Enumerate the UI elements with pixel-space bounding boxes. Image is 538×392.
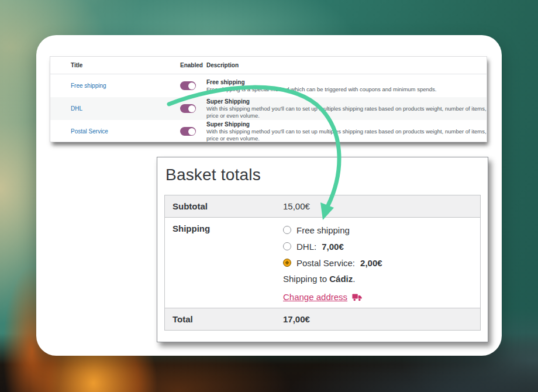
shipping-option-label: Free shipping [296,225,350,235]
enabled-toggle[interactable] [180,127,196,136]
table-row: Free shipping Free shipping Free shippin… [50,74,487,97]
method-description-text: With this shipping method you'll can to … [206,105,487,119]
enabled-toggle[interactable] [180,81,196,90]
shipping-methods-table: Title Enabled Description Free shipping … [50,56,487,142]
total-label: Total [165,308,283,330]
column-header-enabled: Enabled [180,62,206,68]
shipping-destination: Shipping to Cádiz. [283,274,480,284]
change-address-link[interactable]: Change address [283,292,347,302]
shipping-option-price: 2,00€ [360,258,382,268]
feature-card: Title Enabled Description Free shipping … [36,35,502,356]
subtotal-row: Subtotal 15,00€ [165,195,480,218]
shipping-row: Shipping Free shipping DHL: 7,00€ Postal… [165,218,480,308]
table-row: DHL Super Shipping With this shipping me… [50,97,487,120]
shipping-option-free-shipping[interactable]: Free shipping [283,225,480,235]
shipping-option-label: Postal Service: [296,258,355,268]
delivery-truck-icon[interactable] [352,293,362,301]
method-description-text: With this shipping method you'll can to … [206,128,487,142]
shipping-option-price: 7,00€ [322,242,344,252]
method-description-text: Free shipping is a special method which … [206,86,487,93]
shipping-label: Shipping [165,218,283,308]
total-row: Total 17,00€ [165,308,480,331]
basket-title: Basket totals [165,166,488,184]
radio-unselected-icon[interactable] [283,226,291,234]
method-link-free-shipping[interactable]: Free shipping [71,82,180,89]
basket-table: Subtotal 15,00€ Shipping Free shipping D… [164,195,481,331]
subtotal-label: Subtotal [165,195,283,217]
total-value: 17,00€ [283,308,480,330]
subtotal-value: 15,00€ [283,195,480,217]
enabled-toggle[interactable] [180,104,196,113]
method-link-dhl[interactable]: DHL [71,105,180,112]
radio-unselected-icon[interactable] [283,242,291,250]
table-header: Title Enabled Description [50,57,487,74]
destination-city: Cádiz [329,274,353,284]
shipping-option-postal-service[interactable]: Postal Service: 2,00€ [283,257,480,268]
column-header-title: Title [71,62,180,68]
column-header-description: Description [206,62,487,68]
shipping-option-dhl[interactable]: DHL: 7,00€ [283,241,480,252]
method-description-title: Free shipping [206,78,487,86]
method-link-postal-service[interactable]: Postal Service [71,128,180,135]
method-description-title: Super Shipping [206,121,487,128]
method-description-title: Super Shipping [206,98,487,105]
basket-totals-panel: Basket totals Subtotal 15,00€ Shipping F… [157,157,488,342]
shipping-option-label: DHL: [296,242,316,252]
radio-selected-icon[interactable] [283,259,291,267]
table-row: Postal Service Super Shipping With this … [50,120,487,143]
